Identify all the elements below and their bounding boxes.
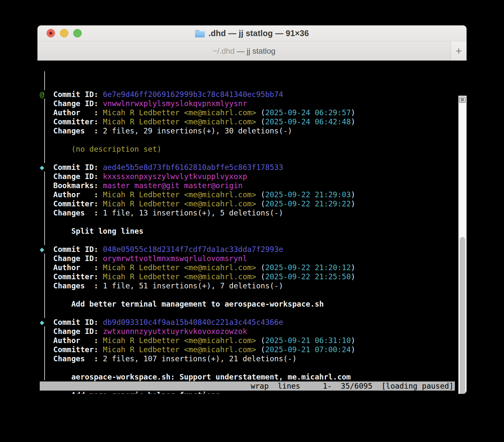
traffic-lights	[47, 25, 82, 41]
commit-id: 6e7e9d46ff2069162999b3c78c841340ec95bb74	[103, 90, 283, 99]
minimize-button[interactable]	[60, 29, 68, 37]
window-title-group: .dhd — jj statlog — 91×36	[195, 29, 309, 38]
folder-proxy-icon	[195, 30, 205, 37]
terminal-row: Add better terminal management to aerosp…	[40, 299, 458, 309]
description-line: (no description set)	[71, 145, 161, 153]
terminal-row	[40, 309, 458, 318]
tab-bar: ~/.dhd — jj statlog +	[37, 41, 467, 61]
terminal-row: Committer: Micah R Ledbetter <me@micahrl…	[40, 272, 458, 281]
author-date: 2025-09-21 06:31:10	[265, 336, 351, 345]
commit-symbol: ◆	[40, 318, 53, 326]
terminal-row: Change ID: vnwwlnrwxplylsmyslokqvpnxmlyy…	[40, 99, 458, 108]
plus-icon: +	[455, 45, 462, 57]
terminal-row: ◆ Commit ID: db9d093310c4f9aa15b40840c22…	[40, 318, 458, 327]
commit-symbol: ◆	[40, 163, 53, 172]
terminal-row: Author : Micah R Ledbetter <me@micahrl.c…	[40, 336, 458, 345]
change-id: orymrwttvotlmnxmswqrlulovomsrynl	[103, 254, 247, 263]
close-button[interactable]	[47, 29, 55, 37]
window-title: .dhd — jj statlog — 91×36	[208, 29, 309, 38]
terminal-row: Committer: Micah R Ledbetter <me@micahrl…	[40, 199, 458, 208]
new-tab-button[interactable]: +	[451, 41, 467, 61]
author: Micah R Ledbetter <me@micahrl.com>	[103, 108, 256, 117]
tab-dhd-jj-statlog[interactable]: ~/.dhd — jj statlog	[37, 41, 451, 61]
author: Micah R Ledbetter <me@micahrl.com>	[103, 190, 256, 199]
changes-stat: 1 file, 51 insertions(+), 7 deletions(-)	[103, 282, 283, 290]
change-id: vnwwlnrwxplylsmyslokqvpnxmlyysnr	[103, 99, 247, 108]
terminal-row: Changes : 1 file, 51 insertions(+), 7 de…	[40, 281, 458, 290]
terminal-row	[40, 236, 458, 245]
terminal-row: ◆ Commit ID: aed4e5b5e8d73fbf6162810abff…	[40, 163, 458, 172]
commit-id: db9d093310c4f9aa15b40840c221a3c445c4366e	[103, 318, 283, 326]
terminal-row	[40, 381, 458, 391]
terminal-row: Author : Micah R Ledbetter <me@micahrl.c…	[40, 108, 458, 117]
author-date: 2025-09-24 06:29:57	[265, 108, 351, 117]
committer: Micah R Ledbetter <me@micahrl.com>	[103, 272, 256, 281]
terminal-row	[40, 154, 458, 163]
author: Micah R Ledbetter <me@micahrl.com>	[103, 263, 256, 272]
description-line: Add better terminal management to aerosp…	[71, 300, 324, 308]
description-line: aerospace-workspace.sh: Support understa…	[71, 373, 351, 381]
committer: Micah R Ledbetter <me@micahrl.com>	[103, 117, 256, 126]
changes-stat: 2 files, 107 insertions(+), 21 deletions…	[103, 354, 297, 363]
scrollbar[interactable]	[458, 96, 467, 394]
desktop: { "window": { "title": ".dhd — jj statlo…	[0, 0, 504, 442]
terminal-row: Changes : 2 files, 107 insertions(+), 21…	[40, 354, 458, 363]
tab-path: ~/.dhd	[213, 47, 234, 56]
scrollbar-thumb[interactable]	[460, 237, 465, 394]
bookmarks: master master@git master@origin	[103, 181, 243, 190]
author-date: 2025-09-22 21:29:03	[265, 190, 351, 199]
terminal-row: Changes : 2 files, 29 insertions(+), 30 …	[40, 126, 458, 135]
terminal-row: Committer: Micah R Ledbetter <me@micahrl…	[40, 117, 458, 126]
terminal-row: Change ID: orymrwttvotlmnxmswqrlulovomsr…	[40, 254, 458, 263]
terminal-row: ◆ Commit ID: 048e05055c18d2314f7cdf7da1a…	[40, 245, 458, 254]
changes-stat: 1 file, 13 insertions(+), 5 deletions(-)	[103, 209, 283, 217]
split-pane-button[interactable]	[459, 97, 466, 103]
terminal-window: .dhd — jj statlog — 91×36 ~/.dhd — jj st…	[37, 25, 467, 394]
commit-symbol: ◆	[40, 245, 53, 254]
committer-date: 2025-09-22 21:25:50	[265, 272, 351, 281]
terminal-content: @ Commit ID: 6e7e9d46ff2069162999b3c78c8…	[37, 61, 467, 394]
change-id: kxxssxonpxyszylwvlytkvupplvyxoxp	[103, 172, 247, 181]
terminal-screen[interactable]: @ Commit ID: 6e7e9d46ff2069162999b3c78c8…	[40, 62, 458, 394]
terminal-row: aerospace-workspace.sh: Support understa…	[40, 372, 458, 381]
author: Micah R Ledbetter <me@micahrl.com>	[103, 336, 256, 345]
commit-id: aed4e5b5e8d73fbf6162810abffe5c863f178533	[103, 163, 283, 172]
committer: Micah R Ledbetter <me@micahrl.com>	[103, 345, 256, 354]
terminal-row: Change ID: kxxssxonpxyszylwvlytkvupplvyx…	[40, 172, 458, 181]
terminal-row: Committer: Micah R Ledbetter <me@micahrl…	[40, 345, 458, 354]
committer-date: 2025-09-22 21:29:22	[265, 200, 351, 208]
terminal-row	[40, 290, 458, 299]
working-copy-symbol: @	[40, 90, 53, 99]
terminal-row: @ Commit ID: 6e7e9d46ff2069162999b3c78c8…	[40, 90, 458, 99]
titlebar[interactable]: .dhd — jj statlog — 91×36	[37, 25, 467, 41]
terminal-row	[40, 363, 458, 372]
commit-id: 048e05055c18d2314f7cdf7da1ac33dda7f2993e	[103, 245, 283, 254]
terminal-row: Change ID: zwtxunnnzyyutxtuyrkvkovoxozow…	[40, 327, 458, 336]
terminal-row: (no description set)	[40, 145, 458, 154]
author-date: 2025-09-22 21:20:12	[265, 263, 351, 272]
terminal-row: Bookmarks: master master@git master@orig…	[40, 181, 458, 190]
terminal-row: Changes : 1 file, 13 insertions(+), 5 de…	[40, 208, 458, 217]
changes-stat: 2 files, 29 insertions(+), 30 deletions(…	[103, 127, 292, 135]
tab-title: — jj statlog	[235, 47, 275, 56]
split-pane-icon	[461, 98, 464, 100]
description-line: Split long lines	[71, 227, 144, 235]
terminal-row: Author : Micah R Ledbetter <me@micahrl.c…	[40, 190, 458, 199]
committer: Micah R Ledbetter <me@micahrl.com>	[103, 200, 256, 208]
terminal-row: Split long lines	[40, 227, 458, 236]
terminal-row: Author : Micah R Ledbetter <me@micahrl.c…	[40, 263, 458, 272]
zoom-button[interactable]	[73, 29, 82, 37]
terminal-row	[40, 217, 458, 227]
terminal-row	[40, 135, 458, 145]
terminal-row: Add more generic helper functions	[40, 391, 458, 394]
committer-date: 2025-09-21 07:00:24	[265, 345, 351, 354]
change-id: zwtxunnnzyyutxtuyrkvkovoxozowzok	[103, 327, 247, 336]
committer-date: 2025-09-24 06:42:48	[265, 117, 351, 126]
description-line: Add more generic helper functions	[71, 391, 220, 394]
